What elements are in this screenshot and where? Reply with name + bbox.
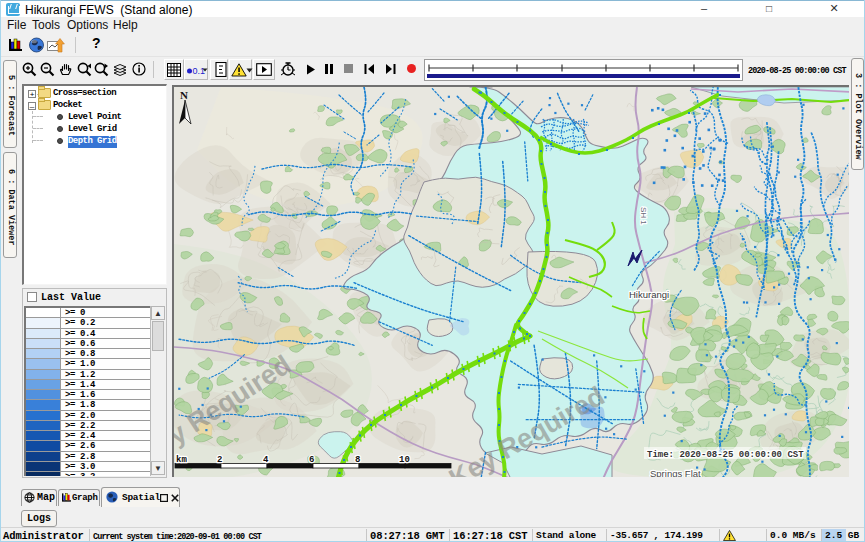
svg-text:10: 10 — [399, 455, 410, 465]
svg-text:8: 8 — [355, 455, 360, 465]
svg-text:km: km — [176, 455, 187, 465]
svg-text:SH 1: SH 1 — [639, 207, 648, 225]
svg-text:Time: 2020-08-25 00:00:00 CST: Time: 2020-08-25 00:00:00 CST — [647, 450, 804, 460]
svg-text:Springs Flat: Springs Flat — [650, 468, 701, 477]
svg-text:Hikurangi: Hikurangi — [629, 289, 669, 300]
svg-text:6: 6 — [309, 455, 314, 465]
svg-text:2: 2 — [217, 455, 222, 465]
svg-text:4: 4 — [263, 455, 269, 465]
svg-text:N: N — [180, 89, 188, 101]
